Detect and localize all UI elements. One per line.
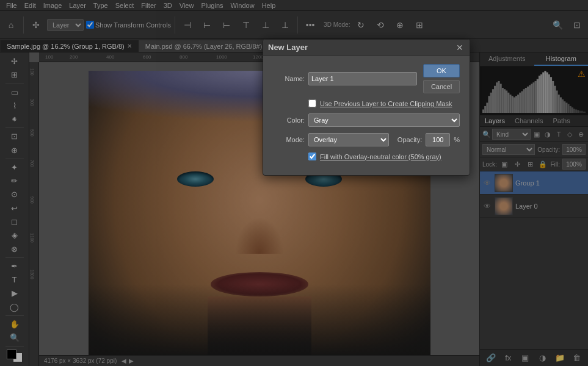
tab-main[interactable]: Main.psd @ 66.7% (Layer 26, RGB/8#) ✕ — [139, 40, 277, 52]
menu-window[interactable]: Window — [227, 0, 258, 10]
add-adjustment-btn[interactable]: ◑ — [537, 352, 549, 364]
menu-layer[interactable]: Layer — [65, 0, 90, 10]
fx-btn[interactable]: fx — [502, 352, 514, 364]
3d-zoom-btn[interactable]: ⊕ — [391, 16, 408, 34]
gradient-tool[interactable]: ◈ — [4, 229, 26, 242]
lock-pixels-btn[interactable]: ▣ — [499, 159, 510, 170]
dialog-ok-button[interactable]: OK — [423, 64, 460, 77]
layer-visibility-layer0[interactable]: 👁 — [482, 201, 492, 211]
dialog-color-select[interactable]: None Red Orange Yellow Green Blue Violet… — [308, 113, 460, 127]
zoom-tool[interactable]: 🔍 — [4, 331, 26, 344]
blend-mode-select[interactable]: Normal Dissolve Multiply Screen Overlay — [482, 144, 535, 155]
clone-tool[interactable]: ⊙ — [4, 188, 26, 201]
brush-tool[interactable]: ✏ — [4, 174, 26, 187]
history-brush-tool[interactable]: ↩ — [4, 202, 26, 215]
opacity-input[interactable] — [562, 144, 586, 155]
spot-heal-tool[interactable]: ✦ — [4, 161, 26, 174]
crop-tool[interactable]: ⊡ — [4, 130, 26, 143]
align-right-btn[interactable]: ⊢ — [218, 16, 235, 34]
menu-help[interactable]: Help — [258, 0, 280, 10]
filter-type-btn[interactable]: T — [554, 129, 564, 139]
fill-input[interactable] — [562, 159, 586, 170]
artboard-tool[interactable]: ⊞ — [4, 68, 26, 81]
menu-plugins[interactable]: Plugins — [197, 0, 227, 10]
add-group-btn[interactable]: 📁 — [554, 352, 566, 364]
select-rect-tool[interactable]: ▭ — [4, 85, 26, 98]
tool-sep-5 — [5, 315, 24, 316]
move-tool-btn[interactable]: ✢ — [27, 16, 45, 34]
layer-filter-dropdown[interactable]: Kind Name Effect — [492, 129, 531, 140]
eraser-tool[interactable]: ◻ — [4, 215, 26, 228]
canvas-nav-right[interactable]: ▶ — [129, 357, 134, 364]
home-button[interactable]: ⌂ — [2, 16, 20, 34]
align-bottom-btn[interactable]: ⊥ — [277, 16, 294, 34]
quick-select-tool[interactable]: ⁕ — [4, 113, 26, 126]
tab-main-label: Main.psd @ 66.7% (Layer 26, RGB/8#) — [145, 43, 263, 50]
layers-tab-layers[interactable]: Layers — [480, 115, 510, 126]
filter-adjust-btn[interactable]: ◑ — [543, 129, 553, 139]
layer-thumb-group1 — [495, 174, 513, 192]
pen-tool[interactable]: ✒ — [4, 260, 26, 273]
tab-histogram[interactable]: Histogram — [534, 52, 589, 66]
lock-all-btn[interactable]: 🔒 — [538, 159, 548, 170]
show-transform-checkbox[interactable] — [86, 21, 94, 29]
search-btn[interactable]: 🔍 — [549, 16, 566, 34]
menu-file[interactable]: File — [2, 0, 21, 10]
dialog-clip-checkbox[interactable] — [308, 99, 316, 107]
menu-type[interactable]: Type — [90, 0, 112, 10]
svg-rect-18 — [517, 95, 519, 113]
color-swatch[interactable] — [5, 348, 24, 364]
svg-rect-15 — [512, 96, 514, 113]
align-center-h-btn[interactable]: ⊢ — [198, 16, 216, 34]
lock-position-btn[interactable]: ✢ — [512, 159, 523, 170]
lock-artboard-btn[interactable]: ⊞ — [525, 159, 535, 170]
link-layers-btn[interactable]: 🔗 — [485, 352, 497, 364]
dialog-fill-checkbox[interactable] — [308, 152, 316, 160]
dialog-opacity-input[interactable] — [426, 133, 450, 146]
dialog-mode-select[interactable]: Normal Dissolve Overlay Multiply Screen … — [308, 133, 389, 146]
path-select-tool[interactable]: ▶ — [4, 287, 26, 300]
filter-pixel-btn[interactable]: ▣ — [532, 129, 542, 139]
auto-select-dropdown[interactable]: Layer Group — [47, 19, 84, 31]
more-options-btn[interactable]: ••• — [302, 16, 319, 34]
tab-adjustments[interactable]: Adjustments — [480, 52, 534, 66]
text-tool[interactable]: T — [4, 273, 26, 286]
eyedropper-tool[interactable]: ⊕ — [4, 144, 26, 157]
layer-item-layer0[interactable]: 👁 Layer 0 — [480, 195, 588, 218]
menu-select[interactable]: Select — [112, 0, 138, 10]
canvas-nav-left[interactable]: ◀ — [122, 357, 126, 364]
align-left-btn[interactable]: ⊣ — [179, 16, 196, 34]
menu-view[interactable]: View — [176, 0, 198, 10]
3d-pan-btn[interactable]: ⟲ — [372, 16, 389, 34]
dialog-close-button[interactable]: ✕ — [455, 43, 465, 52]
layers-tab-paths[interactable]: Paths — [548, 115, 575, 126]
add-mask-btn[interactable]: ▣ — [519, 352, 531, 364]
layer-item-group1[interactable]: 👁 Group 1 — [480, 171, 588, 195]
menu-image[interactable]: Image — [40, 0, 66, 10]
layers-tab-channels[interactable]: Channels — [510, 115, 548, 126]
hand-tool[interactable]: ✋ — [4, 318, 26, 331]
menu-3d[interactable]: 3D — [160, 0, 176, 10]
tab-sample[interactable]: Sample.jpg @ 16.2% (Group 1, RGB/8) ✕ — [0, 40, 139, 52]
show-transform-group: Show Transform Controls — [86, 21, 171, 29]
align-top-btn[interactable]: ⊤ — [238, 16, 255, 34]
delete-layer-btn[interactable]: 🗑 — [571, 352, 583, 364]
menu-filter[interactable]: Filter — [137, 0, 159, 10]
align-center-v-btn[interactable]: ⊥ — [257, 16, 274, 34]
layer-visibility-group1[interactable]: 👁 — [482, 178, 492, 188]
dialog-name-input[interactable] — [308, 72, 417, 85]
shape-tool[interactable]: ◯ — [4, 301, 26, 314]
3d-rotate-btn[interactable]: ↻ — [352, 16, 369, 34]
move-tool[interactable]: ✢ — [4, 55, 26, 68]
workspace-btn[interactable]: ⊡ — [568, 16, 586, 34]
filter-smart-btn[interactable]: ⊕ — [576, 129, 586, 139]
new-layer-dialog: New Layer ✕ Name: OK Cancel Use Previous… — [263, 39, 470, 176]
dialog-cancel-button[interactable]: Cancel — [423, 80, 460, 93]
3d-more-btn[interactable]: ⊞ — [411, 16, 428, 34]
menu-edit[interactable]: Edit — [21, 0, 40, 10]
fg-color-swatch[interactable] — [7, 350, 16, 359]
tab-sample-close[interactable]: ✕ — [127, 43, 132, 49]
dodge-tool[interactable]: ⊗ — [4, 243, 26, 256]
filter-shape-btn[interactable]: ◇ — [565, 129, 575, 139]
lasso-tool[interactable]: ⌇ — [4, 99, 26, 112]
